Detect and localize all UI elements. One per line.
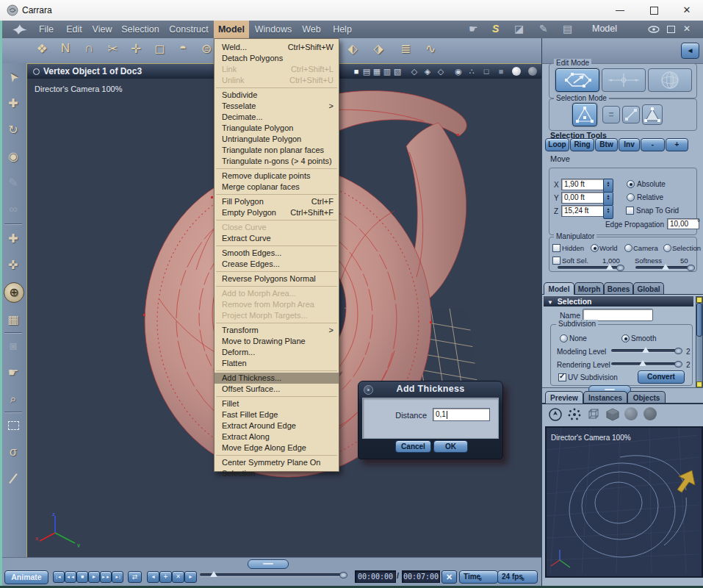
minimize-button[interactable]: — — [604, 0, 636, 21]
menu-item[interactable]: Add Thickness... — [214, 373, 339, 384]
knife-tool[interactable] — [4, 469, 23, 488]
menu-item[interactable]: Move Edge Along Edge — [214, 442, 339, 453]
menu-item[interactable]: Center Symmetry Plane On Selection — [214, 457, 339, 468]
bend-tool-icon[interactable]: ∿ — [419, 41, 441, 60]
tab-bones[interactable]: Bones — [604, 282, 633, 295]
close-button[interactable]: ✕ — [671, 0, 703, 21]
x-stepper[interactable]: ▲▼ — [603, 179, 613, 193]
menu-item[interactable]: Detach Polygons — [214, 53, 339, 64]
solid-mode-icon[interactable]: ■ — [496, 66, 506, 76]
magnet-tool-icon[interactable]: ∩ — [79, 41, 98, 60]
menu-item[interactable]: Reverse Polygons Normal — [214, 273, 339, 284]
subdivision-none-radio[interactable] — [560, 334, 568, 343]
maximize-button[interactable] — [638, 0, 670, 21]
camera-tool[interactable]: ◙ — [4, 337, 23, 356]
z-stepper[interactable]: ▲▼ — [603, 205, 613, 219]
go-end-button[interactable]: ►| — [112, 571, 123, 583]
menu-item[interactable]: Triangulate Polygon — [214, 123, 339, 134]
menu-item[interactable]: Remove from Morph Area — [214, 299, 339, 310]
scrollbar-thumb[interactable] — [696, 303, 702, 337]
selection-radio[interactable] — [663, 244, 671, 252]
menu-item[interactable]: Triangulate non planar faces — [214, 145, 339, 156]
tab-preview[interactable]: Preview — [545, 391, 583, 404]
menu-item[interactable]: Decimate... — [214, 112, 339, 123]
move-tool[interactable]: ✚ — [4, 94, 23, 113]
previous-keyframe-button[interactable]: ◄ — [147, 571, 159, 583]
camera-radio[interactable] — [624, 244, 632, 252]
subdivision-edit-mode-button[interactable] — [648, 68, 692, 92]
selection-section-header[interactable]: ▼ Selection — [544, 296, 693, 306]
fast-forward-button[interactable]: ►► — [100, 571, 112, 583]
world-radio[interactable] — [591, 244, 599, 252]
animate-button[interactable]: Animate — [4, 570, 48, 584]
workspace-close-icon[interactable]: ✕ — [683, 24, 691, 34]
x-field[interactable]: 1,90 ft — [561, 179, 607, 190]
translate-rotate-tool[interactable]: ✜ — [4, 256, 23, 275]
menu-item[interactable]: Empty PolygonCtrl+Shift+F — [214, 207, 339, 218]
menu-item[interactable]: Subdivide — [214, 90, 339, 101]
preview-solid-icon[interactable] — [605, 407, 620, 422]
current-time-display[interactable]: 00:00:00 — [355, 570, 396, 583]
menu-item[interactable]: Untriangulate Polygon — [214, 134, 339, 145]
soft-selection-slider[interactable] — [558, 264, 622, 270]
select-tool[interactable]: ➤ — [0, 64, 26, 90]
snap-to-grid-checkbox[interactable] — [626, 207, 634, 215]
shaded-mode-icon[interactable] — [512, 67, 521, 76]
vertex-cube-tool-icon[interactable]: ❖ — [32, 41, 51, 60]
assemble-room-icon[interactable]: ☛ — [469, 23, 478, 35]
sweep-tool-icon[interactable]: ⬗ — [367, 41, 389, 60]
menu-item[interactable]: Transform> — [214, 325, 339, 336]
menu-item[interactable]: Move to Drawing Plane — [214, 336, 339, 347]
total-time-display[interactable]: 00:07:00 — [402, 570, 440, 583]
subdivision-smooth-radio[interactable] — [621, 334, 630, 343]
y-field[interactable]: 0,00 ft — [561, 192, 607, 204]
model-room-icon[interactable]: S — [492, 23, 499, 35]
menu-item[interactable]: Extract Curve — [214, 233, 339, 244]
translate-tool[interactable]: ✚ — [4, 229, 23, 248]
menu-item[interactable]: Project Morph Targets... — [214, 310, 339, 321]
modeling-level-slider[interactable] — [611, 347, 680, 354]
menu-edit[interactable]: Edit — [62, 21, 87, 38]
uv-subdivision-checkbox[interactable] — [558, 373, 566, 381]
menu-item[interactable]: Deform... — [214, 347, 339, 358]
loop-button[interactable]: Loop — [545, 138, 569, 151]
softness-slider[interactable] — [635, 264, 693, 270]
camera-view-icon-3[interactable]: ◇ — [436, 66, 446, 76]
uv-box-tool[interactable]: ▦ — [4, 310, 23, 329]
subtract-selection-button[interactable]: - — [641, 138, 665, 151]
pin-tool-icon[interactable]: ✛ — [126, 41, 145, 60]
menu-file[interactable]: File — [34, 21, 59, 38]
loft-tool-icon[interactable]: ≣ — [394, 41, 417, 60]
menu-item[interactable]: Fill PolygonCtrl+F — [214, 196, 339, 207]
preview-wireframe-icon[interactable] — [586, 407, 601, 422]
convert-button[interactable]: Convert — [638, 370, 685, 384]
zoom-tool[interactable]: ⌕ — [4, 390, 23, 409]
menu-item[interactable]: Fillet — [214, 398, 339, 409]
eye-icon[interactable] — [648, 26, 660, 33]
sphere-tool-icon[interactable]: ◓ — [173, 41, 192, 60]
scale-tool[interactable]: ◉ — [4, 147, 23, 166]
face-selection-button[interactable] — [642, 104, 663, 125]
preview-shaded-icon[interactable] — [624, 407, 638, 420]
vertex-pair-selection-button[interactable]: = — [602, 106, 620, 123]
loop-button[interactable]: ⇄ — [128, 571, 142, 583]
render-room-icon[interactable]: ▤ — [563, 23, 572, 35]
tab-objects[interactable]: Objects — [627, 391, 666, 404]
menu-item[interactable]: Remove duplicate points — [214, 171, 339, 182]
layout-three-pane-icon[interactable]: ▥ — [383, 66, 392, 76]
menu-construct[interactable]: Construct — [165, 21, 213, 38]
tab-model[interactable]: Model — [544, 282, 574, 295]
scissors-tool-icon[interactable]: ✂ — [103, 41, 122, 60]
time-mode-dropdown[interactable]: Time» — [459, 570, 498, 584]
universal-manipulator-tool[interactable]: ⊕ — [4, 282, 24, 303]
marquee-tool[interactable] — [4, 416, 23, 435]
marquee-select-tool-icon[interactable]: ◻ — [150, 41, 169, 60]
menu-selection[interactable]: Selection — [118, 21, 163, 38]
preview-orbit-icon[interactable] — [567, 407, 582, 422]
layout-single-icon[interactable]: ■ — [352, 66, 361, 76]
menu-item[interactable]: Offset Surface... — [214, 384, 339, 395]
next-keyframe-button[interactable]: ► — [184, 571, 197, 583]
vertex-edit-mode-button[interactable] — [555, 68, 599, 92]
rotate-dots-mode-icon[interactable]: ∴ — [466, 66, 477, 76]
menu-item[interactable]: Tesselate> — [214, 101, 339, 112]
